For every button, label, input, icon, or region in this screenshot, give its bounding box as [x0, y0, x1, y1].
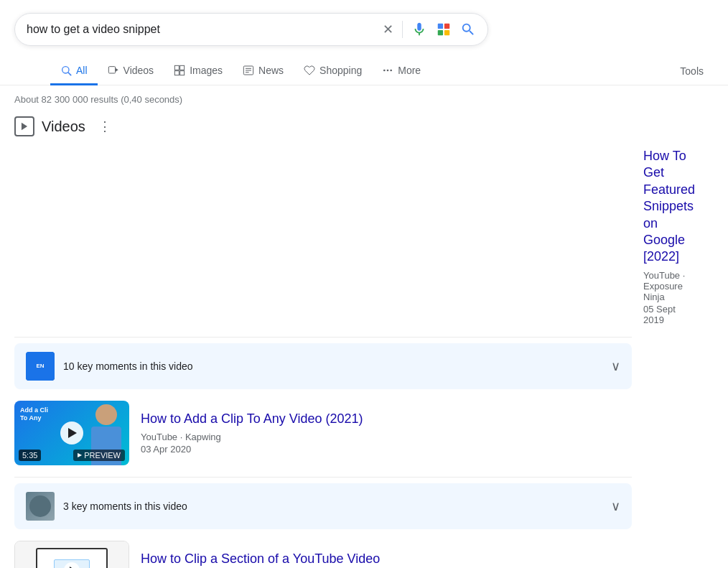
search-bar-container: how to get a video snippet ✕ — [0, 0, 728, 46]
preview-badge-2: PREVIEW — [73, 450, 125, 461]
video-card-1: How To GetFeatureSnippets 13:24 PREVIEW … — [14, 148, 632, 337]
videos-section-title: Videos — [42, 118, 85, 135]
video-info-1: How To Get Featured Snippets on Google [… — [643, 148, 695, 325]
video-source-name-1: YouTube — [643, 270, 680, 281]
svg-point-17 — [387, 70, 389, 72]
search-divider — [402, 21, 403, 38]
shopping-tab-icon — [304, 65, 315, 76]
tab-more-label: More — [398, 65, 421, 76]
svg-point-18 — [391, 70, 393, 72]
video-title-2[interactable]: How to Add a Clip To Any Video (2021) — [141, 411, 363, 427]
tools-button[interactable]: Tools — [670, 58, 714, 84]
images-tab-icon — [174, 65, 185, 76]
key-moments-text-1: 10 key moments in this video — [63, 360, 602, 372]
tab-videos[interactable]: Videos — [98, 57, 164, 85]
key-moments-row-2[interactable]: 3 key moments in this video ∨ — [14, 483, 632, 529]
svg-rect-0 — [438, 24, 443, 29]
svg-line-5 — [68, 73, 71, 75]
video-card-3: 2:00 ▶ PREVIEW How to Clip a Section of … — [14, 541, 632, 568]
key-moments-row-1[interactable]: EN 10 key moments in this video ∨ — [14, 343, 632, 389]
svg-rect-2 — [438, 30, 443, 35]
tab-all[interactable]: All — [50, 57, 98, 85]
tab-more[interactable]: More — [372, 57, 431, 85]
video-source-1: YouTube · Exposure Ninja — [643, 270, 695, 302]
result-count: About 82 300 000 results (0,40 seconds) — [0, 85, 728, 111]
channel-logo-1: EN — [26, 352, 55, 381]
duration-badge-2: 5:35 — [19, 450, 41, 461]
video-channel-2: Kapwing — [185, 432, 221, 442]
tab-news[interactable]: News — [233, 57, 294, 85]
svg-marker-19 — [22, 123, 27, 131]
result-count-text: About 82 300 000 results (0,40 seconds) — [14, 94, 182, 105]
video-thumbnail-3[interactable]: 2:00 ▶ PREVIEW — [14, 541, 129, 568]
tab-news-label: News — [258, 65, 284, 76]
key-moments-thumb-2 — [26, 492, 55, 521]
svg-marker-7 — [115, 68, 118, 72]
more-tab-icon — [382, 65, 393, 76]
video-info-2: How to Add a Clip To Any Video (2021) Yo… — [141, 401, 363, 465]
svg-rect-11 — [180, 71, 185, 75]
video-channel-1: Exposure Ninja — [643, 281, 683, 302]
svg-rect-9 — [180, 65, 185, 70]
svg-rect-8 — [174, 65, 179, 70]
search-button[interactable] — [460, 22, 476, 37]
video-tab-icon — [108, 65, 119, 76]
tab-shopping-label: Shopping — [319, 65, 362, 76]
videos-section-more-icon[interactable]: ⋮ — [98, 118, 111, 134]
chevron-down-icon-1[interactable]: ∨ — [611, 358, 620, 374]
videos-section-icon — [14, 116, 34, 136]
svg-rect-1 — [444, 24, 449, 29]
svg-rect-10 — [174, 71, 179, 75]
video-title-1[interactable]: How To Get Featured Snippets on Google [… — [643, 148, 695, 266]
search-icons: ✕ — [383, 21, 476, 38]
svg-point-16 — [383, 70, 386, 72]
tools-label: Tools — [680, 65, 704, 77]
tab-images-label: Images — [190, 65, 223, 76]
news-tab-icon — [243, 65, 254, 76]
nav-tabs: All Videos Images News Shopping — [0, 52, 728, 85]
all-icon — [60, 65, 72, 76]
video-source-name-2: YouTube — [141, 432, 177, 442]
svg-rect-3 — [444, 30, 449, 35]
video-title-3[interactable]: How to Clip a Section of a YouTube Video — [141, 551, 380, 567]
video-thumbnail-2[interactable]: Add a CliTo Any 5:35 PREVIEW — [14, 401, 129, 465]
search-input[interactable]: how to get a video snippet — [27, 23, 383, 36]
svg-rect-6 — [108, 67, 115, 73]
mic-icon[interactable] — [411, 22, 427, 37]
clear-icon[interactable]: ✕ — [383, 22, 393, 37]
tab-videos-label: Videos — [123, 65, 154, 76]
video-info-3: How to Clip a Section of a YouTube Video… — [141, 541, 380, 568]
video-source-2: YouTube · Kapwing — [141, 432, 363, 442]
key-moments-thumb-1: EN — [26, 352, 55, 381]
search-bar: how to get a video snippet ✕ — [14, 13, 488, 46]
lens-icon[interactable] — [436, 22, 452, 37]
chevron-down-icon-2[interactable]: ∨ — [611, 498, 620, 514]
key-moments-text-2: 3 key moments in this video — [63, 501, 602, 512]
tab-all-label: All — [76, 65, 88, 76]
video-card-2: Add a CliTo Any 5:35 PREVIEW How to Add … — [14, 401, 632, 478]
videos-section-header: Videos ⋮ — [14, 116, 632, 136]
video-date-2: 03 Apr 2020 — [141, 444, 363, 455]
video-date-1: 05 Sept 2019 — [643, 304, 695, 325]
play-button-2[interactable] — [60, 422, 83, 444]
tab-shopping[interactable]: Shopping — [294, 57, 372, 85]
videos-section: Videos ⋮ How To GetFeatureSnippets 13:24… — [0, 111, 646, 568]
tab-images[interactable]: Images — [164, 57, 233, 85]
